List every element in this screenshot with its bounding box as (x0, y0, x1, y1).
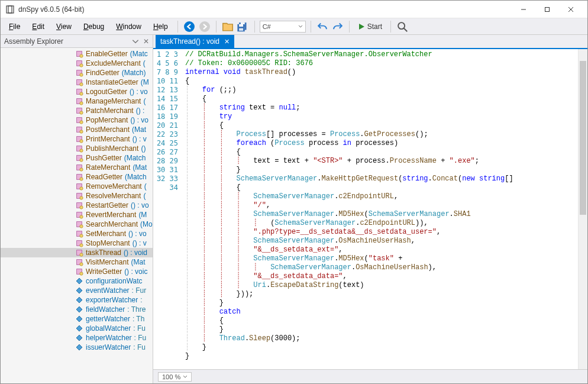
tab-close-icon[interactable]: ✕ (224, 38, 230, 45)
tree-item-taskthread[interactable]: taskThread() : void (1, 248, 153, 257)
tree-item-logoutgetter[interactable]: LogoutGetter() : vo (1, 87, 153, 96)
svg-point-41 (80, 168, 83, 171)
tree-item-postmerchant[interactable]: PostMerchant(Mat (1, 125, 153, 134)
tree-item-label: eventWatcher (86, 286, 130, 295)
tree-item-label: issuerWatcher (86, 343, 131, 351)
zoom-selector[interactable]: 100 % (158, 372, 192, 382)
tree-item-label: SearchMerchant (86, 220, 138, 228)
svg-point-53 (80, 225, 83, 228)
tree-item-visitmerchant[interactable]: VisitMerchant(Mat (1, 257, 153, 267)
tree-item-signature: (Mat (133, 163, 147, 172)
tree-item-signature: : Fur (132, 286, 147, 295)
method-icon (75, 50, 83, 58)
tree-item-restartgetter[interactable]: RestartGetter() : vo (1, 201, 153, 210)
nav-forward-button[interactable] (198, 20, 211, 33)
method-icon (75, 201, 83, 209)
menu-file[interactable]: File (4, 20, 25, 33)
tab-label: taskThread() : void (160, 37, 219, 46)
tree-item-getterwatcher[interactable]: getterWatcher : Th (1, 314, 153, 324)
tree-item-searchmerchant[interactable]: SearchMerchant(Mo (1, 220, 153, 229)
tree-item-excludemerchant[interactable]: ExcludeMerchant( (1, 59, 153, 68)
method-icon (75, 69, 83, 77)
start-debug-button[interactable]: Start (354, 20, 386, 33)
svg-point-14 (398, 22, 405, 29)
menu-help[interactable]: Help (148, 20, 173, 33)
tree-item-removemerchant[interactable]: RemoveMerchant( (1, 182, 153, 191)
menu-window[interactable]: Window (111, 20, 146, 33)
tree-item-label: getterWatcher (86, 315, 130, 323)
field-icon (75, 324, 83, 333)
field-icon (75, 305, 83, 314)
tree-item-pushgetter[interactable]: PushGetter(Match (1, 153, 153, 163)
vertical-scrollbar[interactable] (578, 49, 587, 369)
svg-point-19 (80, 64, 83, 67)
tree-item-writegetter[interactable]: WriteGetter() : voic (1, 267, 153, 276)
tree-item-setmerchant[interactable]: SetMerchant() : vo (1, 229, 153, 238)
maximize-button[interactable] (535, 1, 559, 18)
svg-point-37 (80, 149, 83, 152)
tree-item-enablegetter[interactable]: EnableGetter(Matc (1, 49, 153, 59)
tree-item-configurationwatc[interactable]: configurationWatc (1, 276, 153, 286)
scrollbar-thumb[interactable] (580, 61, 586, 215)
tree-item-signature: : Th (133, 315, 144, 323)
tree-item-fieldwatcher[interactable]: fieldWatcher : Thre (1, 305, 153, 314)
tree-item-findgetter[interactable]: FindGetter(Match) (1, 68, 153, 78)
tree-item-managemerchant[interactable]: ManageMerchant( (1, 96, 153, 106)
close-button[interactable] (559, 1, 583, 18)
tree-item-issuerwatcher[interactable]: issuerWatcher : Fu (1, 343, 153, 352)
tree-item-signature: : (140, 296, 142, 304)
editor-statusbar: 100 % (153, 369, 587, 383)
method-icon (75, 88, 83, 96)
method-icon (75, 135, 83, 143)
language-selector[interactable]: C# (260, 21, 306, 33)
menu-view[interactable]: View (51, 20, 76, 33)
titlebar: dnSpy v6.0.5 (64-bit) (1, 1, 587, 18)
panel-chevron-icon[interactable] (131, 37, 140, 46)
tree-item-exporterwatcher[interactable]: exporterWatcher : (1, 295, 153, 305)
open-button[interactable] (221, 20, 234, 33)
tree-item-signature: (Matc (130, 50, 148, 58)
menu-debug[interactable]: Debug (79, 20, 109, 33)
svg-line-15 (404, 28, 408, 31)
tree-item-instantiategetter[interactable]: InstantiateGetter(M (1, 78, 153, 87)
tree-item-label: PatchMerchant (86, 107, 134, 115)
tree-item-label: PrintMerchant (86, 135, 130, 143)
tree-item-resolvemerchant[interactable]: ResolveMerchant( (1, 191, 153, 201)
tree-item-label: VisitMerchant (86, 258, 128, 266)
tree-item-eventwatcher[interactable]: eventWatcher : Fur (1, 286, 153, 295)
chevron-down-icon (183, 375, 188, 379)
tree-item-helperwatcher[interactable]: helperWatcher : Fu (1, 333, 153, 343)
undo-button[interactable] (316, 20, 329, 33)
tree-item-ratemerchant[interactable]: RateMerchant(Mat (1, 163, 153, 172)
tree-item-popmerchant[interactable]: PopMerchant() : vo (1, 115, 153, 125)
tree-item-signature: () : v (133, 239, 147, 247)
tab-taskthread[interactable]: taskThread() : void ✕ (156, 35, 234, 48)
assembly-tree[interactable]: EnableGetter(MatcExcludeMerchant(FindGet… (1, 48, 153, 383)
tree-item-label: InstantiateGetter (86, 78, 138, 86)
svg-point-25 (80, 92, 83, 95)
tree-item-revertmerchant[interactable]: RevertMerchant(M (1, 210, 153, 220)
method-icon (75, 182, 83, 191)
tree-item-printmerchant[interactable]: PrintMerchant() : v (1, 134, 153, 144)
tree-item-signature: () : vo (128, 230, 147, 238)
search-button[interactable] (396, 20, 409, 33)
tree-item-publishmerchant[interactable]: PublishMerchant() (1, 144, 153, 153)
method-icon (75, 230, 83, 238)
method-icon (75, 220, 83, 228)
save-all-button[interactable] (237, 20, 250, 33)
svg-point-43 (80, 178, 83, 180)
svg-rect-3 (545, 7, 550, 11)
tree-item-label: helperWatcher (86, 334, 132, 342)
redo-button[interactable] (331, 20, 344, 33)
panel-close-icon[interactable]: ✕ (143, 38, 149, 45)
tree-item-patchmerchant[interactable]: PatchMerchant() : (1, 106, 153, 115)
code-editor[interactable]: // DCRatBuild.Managers.SchemaServerManag… (182, 49, 578, 369)
tree-item-signature: ( (143, 192, 146, 200)
tree-item-globalwatcher[interactable]: globalWatcher : Fu (1, 324, 153, 333)
tree-item-readgetter[interactable]: ReadGetter(Match (1, 172, 153, 182)
minimize-button[interactable] (512, 1, 535, 18)
tree-item-stopmerchant[interactable]: StopMerchant() : v (1, 238, 153, 248)
menu-edit[interactable]: Edit (27, 20, 49, 33)
nav-back-button[interactable] (183, 20, 196, 33)
method-icon (75, 267, 83, 276)
